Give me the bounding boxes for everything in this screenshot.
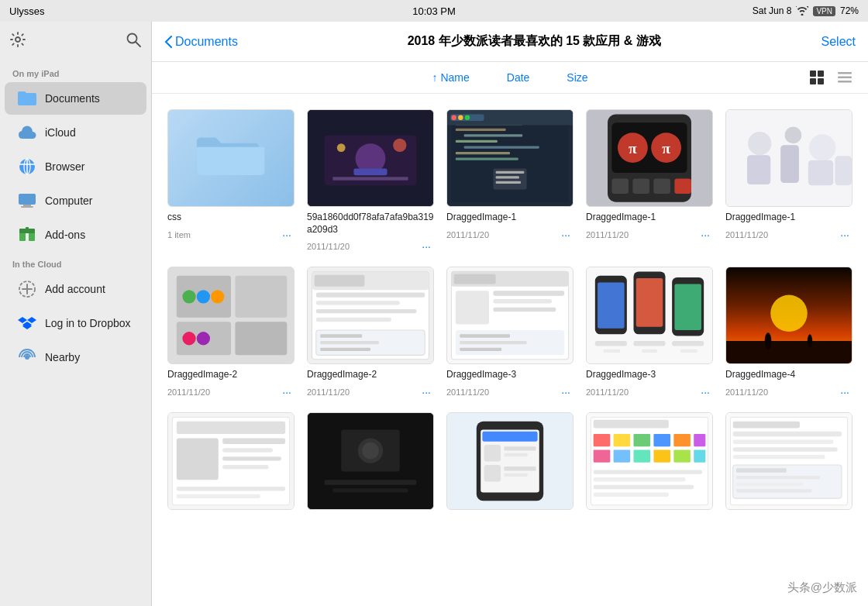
file-more-button[interactable]: ··· [837,227,852,243]
grid-view-icon[interactable] [806,67,828,88]
file-meta: 2011/11/20 ··· [446,227,574,243]
file-grid: css 1 item ··· [152,94,868,606]
file-more-button[interactable]: ··· [279,227,294,243]
search-icon[interactable] [125,31,142,52]
sort-name-button[interactable]: ↑ Name [413,68,487,87]
file-name: DraggedImage-1 [725,212,852,224]
sidebar-item-documents[interactable]: Documents [5,82,146,115]
sidebar-item-add-ons[interactable]: Add-ons [5,219,146,251]
file-item[interactable]: DraggedImage-3 2011/11/20 ··· [580,260,719,406]
svg-point-77 [182,332,195,345]
svg-rect-171 [733,447,838,451]
nearby-icon [17,347,37,367]
svg-rect-90 [320,348,370,351]
svg-rect-35 [456,129,506,131]
sort-date-button[interactable]: Date [488,68,549,87]
file-more-button[interactable]: ··· [558,384,574,400]
svg-rect-174 [736,468,787,472]
file-item[interactable] [301,406,440,524]
file-thumbnail [167,267,294,364]
svg-rect-155 [694,434,705,446]
svg-rect-112 [672,341,704,346]
svg-rect-135 [325,480,417,484]
sort-size-button[interactable]: Size [548,68,606,87]
sidebar-item-computer[interactable]: Computer [5,184,146,217]
svg-point-43 [451,115,456,119]
svg-rect-82 [315,275,365,287]
svg-rect-154 [673,434,691,446]
main-layout: On my iPad Documents iCloud Browser Comp… [0,22,868,606]
file-item[interactable] [440,406,580,524]
file-more-button[interactable]: ··· [279,384,294,400]
svg-point-30 [393,139,406,152]
file-item[interactable]: DraggedImage-3 2011/11/20 ··· [440,260,580,406]
file-name: DraggedImage-1 [446,212,574,224]
svg-rect-127 [222,456,281,460]
svg-rect-19 [818,71,824,77]
file-name: DraggedImage-2 [167,369,294,381]
file-name: css [167,212,294,224]
select-button[interactable]: Select [822,35,856,49]
back-button[interactable]: Documents [164,35,238,49]
svg-rect-22 [838,72,852,74]
file-more-button[interactable]: ··· [698,384,713,400]
svg-rect-170 [733,440,834,444]
file-thumbnail [167,412,294,510]
sidebar-item-browser[interactable]: Browser [5,150,146,183]
vpn-badge: VPN [813,6,835,16]
file-name: DraggedImage-2 [307,369,434,381]
file-more-button[interactable]: ··· [418,384,434,400]
svg-rect-113 [604,349,621,353]
file-item[interactable]: css 1 item ··· [161,103,301,260]
file-item[interactable]: DraggedImage-1 2011/11/20 ··· [719,103,859,260]
svg-rect-47 [496,171,525,174]
svg-rect-175 [736,476,820,479]
svg-rect-39 [456,152,510,154]
svg-rect-169 [733,432,842,436]
svg-rect-85 [316,309,417,313]
svg-rect-157 [614,450,631,463]
file-item[interactable]: DraggedImage-1 2011/11/20 ··· [440,103,580,260]
svg-rect-23 [838,77,852,79]
file-item[interactable]: π π DraggedImage-1 2011/11/20 ··· [580,103,719,260]
file-item[interactable] [719,406,859,524]
file-date: 2011/11/20 [307,242,350,251]
svg-rect-86 [316,318,391,322]
sidebar-item-add-account[interactable]: Add account [5,273,146,305]
status-time: 10:03 PM [412,5,456,17]
gear-icon[interactable] [9,31,26,52]
sidebar-section-on-ipad: On my iPad [0,61,151,81]
file-item[interactable] [580,406,719,524]
svg-rect-141 [484,445,501,462]
file-item[interactable]: DraggedImage-2 2011/11/20 ··· [161,260,301,406]
file-thumbnail [167,109,294,207]
svg-rect-110 [595,341,627,346]
sort-bar: ↑ Name Date Size [152,62,868,94]
file-meta: 2011/11/20 ··· [446,384,574,400]
file-date: 2011/11/20 [586,230,629,239]
list-view-icon[interactable] [834,67,856,88]
file-item[interactable]: DraggedImage-4 2011/11/20 ··· [719,260,859,406]
file-more-button[interactable]: ··· [837,384,852,400]
file-date: 2011/11/20 [725,230,768,239]
svg-rect-94 [454,274,496,284]
svg-rect-111 [633,341,665,346]
file-more-button[interactable]: ··· [418,239,434,254]
file-more-button[interactable]: ··· [698,227,713,243]
sidebar-item-computer-label: Computer [45,195,92,207]
sidebar-item-nearby-label: Nearby [45,351,80,363]
svg-rect-165 [594,493,669,497]
svg-point-120 [808,335,812,348]
file-item[interactable] [161,406,301,524]
file-more-button[interactable]: ··· [558,227,574,243]
file-item[interactable]: DraggedImage-2 2011/11/20 ··· [301,260,440,406]
file-item[interactable]: 59a1860dd0f78afa7afa9ba319a209d3 2011/11… [301,103,440,260]
svg-rect-153 [653,434,670,446]
svg-rect-125 [222,438,285,444]
sidebar-item-icloud[interactable]: iCloud [5,116,146,149]
svg-rect-73 [235,322,287,355]
sidebar-item-nearby[interactable]: Nearby [5,341,146,374]
file-subtext: 1 item [167,230,191,239]
svg-point-75 [197,290,210,303]
sidebar-item-dropbox[interactable]: Log in to Dropbox [5,307,146,339]
